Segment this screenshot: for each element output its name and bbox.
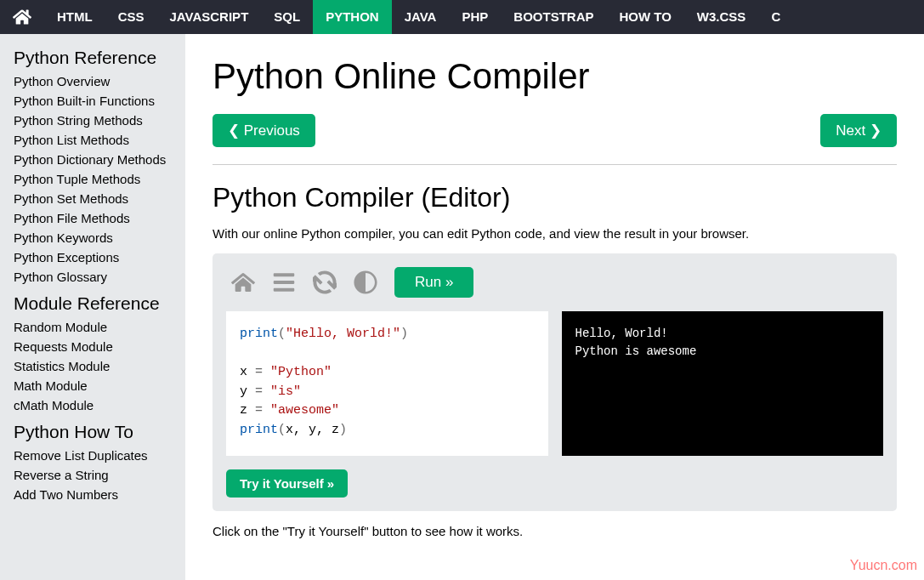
nav-item-javascript[interactable]: JAVASCRIPT — [157, 0, 262, 34]
section-title: Python Compiler (Editor) — [213, 182, 897, 213]
sidebar-item[interactable]: Python List Methods — [0, 130, 185, 150]
next-button[interactable]: Next ❯ — [820, 114, 897, 147]
sidebar-item[interactable]: Statistics Module — [0, 356, 185, 376]
sidebar-heading: Python How To — [0, 415, 185, 446]
sidebar: Python ReferencePython OverviewPython Bu… — [0, 34, 185, 580]
sidebar-item[interactable]: Python Dictionary Methods — [0, 150, 185, 169]
sidebar-item[interactable]: Python Set Methods — [0, 189, 185, 208]
nav-item-bootstrap[interactable]: BOOTSTRAP — [501, 0, 606, 34]
sidebar-item[interactable]: Python Built-in Functions — [0, 91, 185, 111]
previous-button[interactable]: ❮ Previous — [213, 114, 315, 147]
sidebar-item[interactable]: Add Two Numbers — [0, 485, 185, 504]
nav-item-sql[interactable]: SQL — [261, 0, 313, 34]
home-icon[interactable] — [231, 270, 255, 294]
nav-item-how-to[interactable]: HOW TO — [606, 0, 683, 34]
run-button[interactable]: Run » — [394, 267, 473, 298]
sidebar-item[interactable]: cMath Module — [0, 395, 185, 415]
sidebar-item[interactable]: Remove List Duplicates — [0, 446, 185, 465]
top-nav: HTMLCSSJAVASCRIPTSQLPYTHONJAVAPHPBOOTSTR… — [0, 0, 924, 34]
sidebar-item[interactable]: Reverse a String — [0, 465, 185, 485]
sidebar-item[interactable]: Python Glossary — [0, 267, 185, 287]
rotate-icon[interactable] — [313, 270, 337, 294]
sidebar-item[interactable]: Python String Methods — [0, 111, 185, 130]
main-content: Python Online Compiler ❮ Previous Next ❯… — [185, 34, 924, 580]
home-icon[interactable] — [0, 0, 44, 34]
nav-item-c[interactable]: C — [758, 0, 793, 34]
watermark: Yuucn.com — [850, 558, 917, 573]
sidebar-item[interactable]: Python File Methods — [0, 208, 185, 228]
sidebar-heading: Module Reference — [0, 287, 185, 317]
sidebar-item[interactable]: Python Keywords — [0, 228, 185, 247]
try-it-yourself-button[interactable]: Try it Yourself » — [226, 469, 348, 498]
compiler-toolbar: Run » — [226, 267, 883, 298]
nav-item-html[interactable]: HTML — [44, 0, 105, 34]
sidebar-heading: Python Reference — [0, 41, 185, 71]
output-panel: Hello, World! Python is awesome — [562, 311, 884, 456]
nav-links: HTMLCSSJAVASCRIPTSQLPYTHONJAVAPHPBOOTSTR… — [44, 0, 793, 34]
sidebar-item[interactable]: Python Tuple Methods — [0, 169, 185, 189]
divider — [213, 164, 897, 165]
compiler-box: Run » print("Hello, World!") x = "Python… — [213, 253, 897, 511]
intro-text: With our online Python compiler, you can… — [213, 226, 897, 241]
sidebar-item[interactable]: Python Exceptions — [0, 247, 185, 267]
nav-item-css[interactable]: CSS — [105, 0, 157, 34]
sidebar-item[interactable]: Math Module — [0, 376, 185, 395]
theme-icon[interactable] — [354, 270, 377, 294]
code-editor[interactable]: print("Hello, World!") x = "Python" y = … — [226, 311, 548, 456]
sidebar-item[interactable]: Requests Module — [0, 337, 185, 356]
nav-item-python[interactable]: PYTHON — [313, 0, 392, 34]
sidebar-item[interactable]: Python Overview — [0, 71, 185, 91]
sidebar-item[interactable]: Random Module — [0, 317, 185, 337]
nav-item-w3-css[interactable]: W3.CSS — [684, 0, 759, 34]
nav-item-php[interactable]: PHP — [449, 0, 501, 34]
hint-text: Click on the "Try it Yourself" button to… — [213, 524, 897, 538]
page-title: Python Online Compiler — [213, 56, 897, 97]
menu-icon[interactable] — [272, 270, 296, 294]
nav-item-java[interactable]: JAVA — [392, 0, 450, 34]
